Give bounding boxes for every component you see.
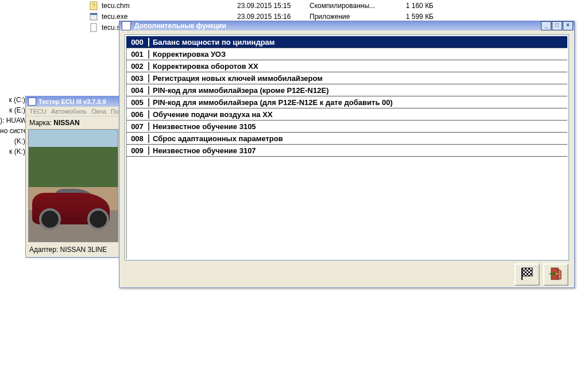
tree-item[interactable]: (K:) bbox=[0, 136, 25, 146]
menu-windows[interactable]: Окна bbox=[91, 108, 106, 115]
flag-icon bbox=[520, 266, 535, 283]
tester-titlebar[interactable]: Тестер ECU III v3.7.0.9 bbox=[26, 96, 121, 107]
function-label: Баланс мощности по цилиндрам bbox=[149, 38, 567, 46]
adapter-line: Адаптер: NISSAN 3LINE bbox=[28, 242, 118, 255]
function-number: 004 bbox=[126, 86, 149, 95]
function-row[interactable]: 007Неизвестное обучение 3105 bbox=[126, 121, 567, 133]
dialog-title: Дополнительные функции bbox=[134, 22, 537, 30]
svg-rect-3 bbox=[90, 13, 97, 15]
adapter-label: Адаптер: bbox=[29, 246, 58, 254]
marka-label: Марка: bbox=[29, 119, 52, 127]
function-label: Сброс адаптационных параметров bbox=[149, 134, 567, 143]
minimize-button[interactable]: _ bbox=[541, 21, 551, 30]
tree-item[interactable]: ): HUAW bbox=[0, 115, 25, 126]
file-name: tecu.chm bbox=[102, 2, 234, 10]
svg-marker-11 bbox=[558, 269, 561, 279]
menu-automobile[interactable]: Автомобиль bbox=[51, 108, 87, 115]
function-number: 000 bbox=[126, 38, 149, 46]
tree-item[interactable]: к (K:) bbox=[0, 146, 25, 157]
file-date: 23.09.2015 15:16 bbox=[237, 13, 306, 21]
generic-file-icon bbox=[89, 23, 98, 32]
menu-tecu[interactable]: TECU bbox=[29, 108, 47, 115]
door-exit-icon bbox=[548, 266, 563, 283]
maximize-button[interactable]: □ bbox=[552, 21, 562, 30]
function-label: PIN-код для иммобилайзера (кроме P12E-N1… bbox=[149, 86, 567, 95]
marka-value: NISSAN bbox=[53, 119, 79, 127]
file-name: tecu.exe bbox=[102, 13, 234, 21]
function-row[interactable]: 006Обучение подачи воздуха на XX bbox=[126, 108, 567, 121]
app-icon bbox=[28, 98, 36, 106]
file-date: 23.09.2015 15:15 bbox=[237, 2, 306, 10]
function-label: Регистрация новых ключей иммобилайзером bbox=[149, 74, 567, 83]
function-row[interactable]: 000Баланс мощности по цилиндрам bbox=[126, 36, 567, 48]
function-number: 002 bbox=[126, 62, 149, 71]
run-button[interactable] bbox=[514, 263, 540, 286]
function-number: 001 bbox=[126, 50, 149, 59]
file-size: 1 160 КБ bbox=[393, 2, 434, 10]
function-number: 003 bbox=[126, 74, 149, 83]
dialog-button-row bbox=[125, 260, 568, 286]
additional-functions-dialog: Дополнительные функции _ □ × 000Баланс м… bbox=[119, 21, 575, 288]
menu-more[interactable]: По bbox=[111, 108, 119, 115]
function-row[interactable]: 005PIN-код для иммобилайзера (для P12E-N… bbox=[126, 96, 567, 108]
marka-line: Марка: NISSAN bbox=[28, 118, 118, 129]
svg-text:?: ? bbox=[92, 3, 95, 9]
svg-rect-4 bbox=[91, 24, 96, 32]
function-label: Корректировка оборотов XX bbox=[149, 62, 567, 71]
function-row[interactable]: 004PIN-код для иммобилайзера (кроме P12E… bbox=[126, 84, 567, 96]
function-row[interactable]: 001Корректировка УОЗ bbox=[126, 48, 567, 60]
function-label: Неизвестное обучение 3107 bbox=[149, 146, 567, 155]
function-label: Обучение подачи воздуха на XX bbox=[149, 110, 567, 119]
svg-rect-8 bbox=[522, 268, 532, 276]
file-type: Скомпилированны... bbox=[310, 2, 390, 10]
functions-listbox[interactable]: 000Баланс мощности по цилиндрам001Коррек… bbox=[125, 35, 568, 260]
svg-point-12 bbox=[556, 273, 558, 275]
close-button[interactable]: × bbox=[563, 21, 573, 30]
tester-menubar: TECU Автомобиль Окна По bbox=[26, 107, 121, 116]
function-label: Неизвестное обучение 3105 bbox=[149, 122, 567, 131]
app-file-icon bbox=[89, 12, 98, 21]
tester-window: Тестер ECU III v3.7.0.9 TECU Автомобиль … bbox=[25, 96, 121, 258]
function-row[interactable]: 009Неизвестное обучение 3107 bbox=[126, 145, 567, 157]
file-type: Приложение bbox=[310, 13, 390, 21]
function-number: 008 bbox=[126, 134, 149, 143]
tester-title: Тестер ECU III v3.7.0.9 bbox=[38, 98, 106, 105]
function-row[interactable]: 003Регистрация новых ключей иммобилайзер… bbox=[126, 72, 567, 84]
adapter-value: NISSAN 3LINE bbox=[60, 246, 107, 254]
function-number: 007 bbox=[126, 122, 149, 131]
tree-item[interactable]: к (E:) bbox=[0, 105, 25, 115]
function-number: 005 bbox=[126, 98, 149, 107]
exit-button[interactable] bbox=[543, 263, 568, 286]
explorer-tree-fragment: к (C:) к (E:) ): HUAW но систе (K:) к (K… bbox=[0, 95, 25, 157]
car-image bbox=[28, 129, 118, 242]
tree-item[interactable]: но систе bbox=[0, 126, 25, 136]
app-icon bbox=[122, 21, 131, 30]
file-size: 1 599 КБ bbox=[393, 13, 434, 21]
help-file-icon: ? bbox=[89, 1, 98, 10]
function-row[interactable]: 002Корректировка оборотов XX bbox=[126, 60, 567, 72]
function-label: Корректировка УОЗ bbox=[149, 50, 567, 59]
function-row[interactable]: 008Сброс адаптационных параметров bbox=[126, 133, 567, 145]
function-number: 006 bbox=[126, 110, 149, 119]
function-label: PIN-код для иммобилайзера (для P12E-N12E… bbox=[149, 98, 567, 107]
function-number: 009 bbox=[126, 146, 149, 155]
tree-item[interactable]: к (C:) bbox=[0, 95, 25, 105]
dialog-titlebar[interactable]: Дополнительные функции _ □ × bbox=[119, 21, 574, 30]
file-row[interactable]: ? tecu.chm 23.09.2015 15:15 Скомпилирова… bbox=[89, 0, 588, 11]
